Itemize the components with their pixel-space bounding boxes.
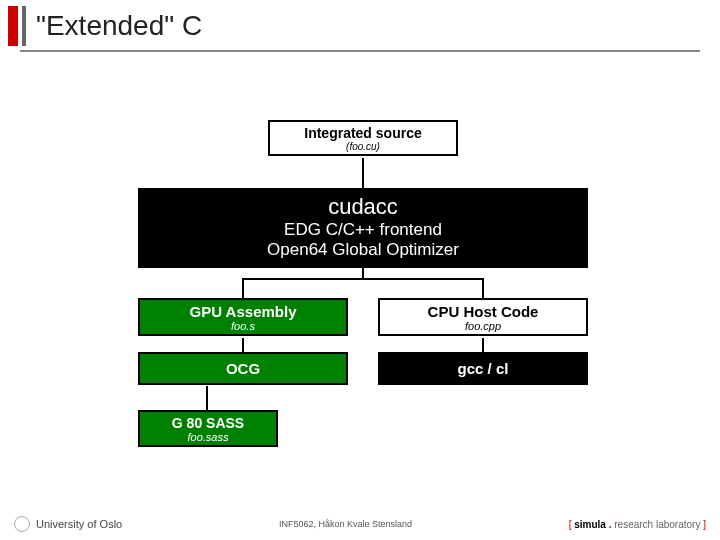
connector-line xyxy=(206,386,208,410)
connector-line xyxy=(482,278,484,298)
connector-line xyxy=(242,338,244,352)
integrated-source-box: Integrated source (foo.cu) xyxy=(268,120,458,156)
footer-right: [ simula . research laboratory ] xyxy=(569,519,706,530)
connector-line xyxy=(242,278,484,280)
slide-title: "Extended" C xyxy=(36,10,202,42)
sass-sub: foo.sass xyxy=(140,431,276,443)
title-accent xyxy=(8,6,18,46)
sass-title: G 80 SASS xyxy=(140,415,276,431)
ocg-box: OCG xyxy=(138,352,348,385)
connector-line xyxy=(362,158,364,188)
slide: "Extended" C Integrated source (foo.cu) … xyxy=(0,0,720,540)
lab-simula: simula xyxy=(574,519,606,530)
gpu-assembly-box: GPU Assembly foo.s xyxy=(138,298,348,336)
cudacc-box: cudacc EDG C/C++ frontend Open64 Global … xyxy=(138,188,588,268)
sass-box: G 80 SASS foo.sass xyxy=(138,410,278,447)
connector-line xyxy=(242,278,244,298)
connector-line xyxy=(482,338,484,352)
integrated-source-sub: (foo.cu) xyxy=(270,141,456,152)
footer: University of Oslo INF5062, Håkon Kvale … xyxy=(0,516,720,532)
cudacc-title: cudacc xyxy=(140,194,586,220)
gcc-box: gcc / cl xyxy=(378,352,588,385)
lab-bracket-close: ] xyxy=(700,519,706,530)
gcc-title: gcc / cl xyxy=(380,360,586,377)
cpu-host-box: CPU Host Code foo.cpp xyxy=(378,298,588,336)
cudacc-line-2: Open64 Global Optimizer xyxy=(140,240,586,260)
ocg-title: OCG xyxy=(140,360,346,377)
gpu-assembly-title: GPU Assembly xyxy=(140,303,346,320)
footer-left: University of Oslo xyxy=(14,516,122,532)
title-underline xyxy=(20,50,700,52)
title-divider xyxy=(22,6,26,46)
cpu-host-title: CPU Host Code xyxy=(380,303,586,320)
footer-center: INF5062, Håkon Kvale Stensland xyxy=(279,519,412,529)
title-bar: "Extended" C xyxy=(0,0,720,46)
lab-dot: . xyxy=(606,519,614,530)
cudacc-line-1: EDG C/C++ frontend xyxy=(140,220,586,240)
uio-seal-icon xyxy=(14,516,30,532)
cpu-host-sub: foo.cpp xyxy=(380,320,586,332)
gpu-assembly-sub: foo.s xyxy=(140,320,346,332)
uio-label: University of Oslo xyxy=(36,518,122,530)
lab-tail: research laboratory xyxy=(614,519,700,530)
integrated-source-title: Integrated source xyxy=(270,125,456,141)
